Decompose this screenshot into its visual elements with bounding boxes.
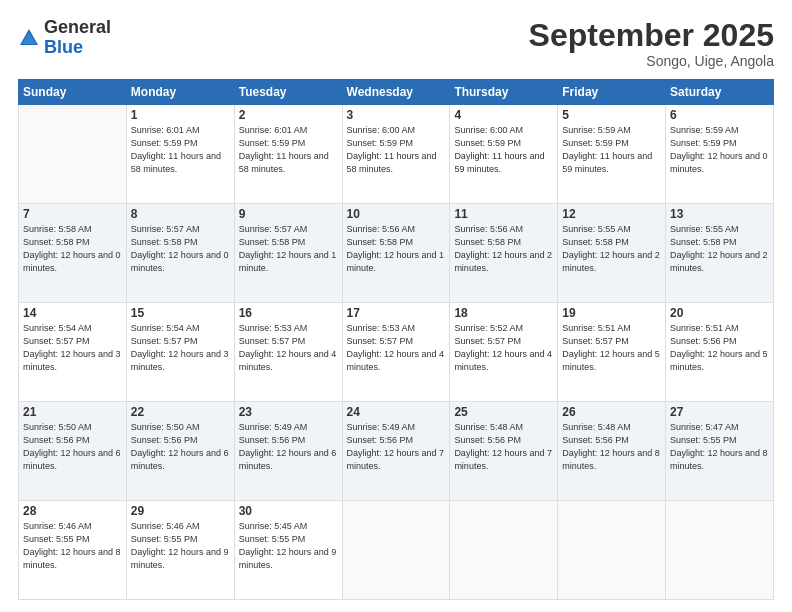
calendar-header-row: Sunday Monday Tuesday Wednesday Thursday… — [19, 80, 774, 105]
table-row: 15Sunrise: 5:54 AM Sunset: 5:57 PM Dayli… — [126, 303, 234, 402]
day-number: 10 — [347, 207, 446, 221]
day-info: Sunrise: 5:53 AM Sunset: 5:57 PM Dayligh… — [347, 322, 446, 374]
col-thursday: Thursday — [450, 80, 558, 105]
table-row: 23Sunrise: 5:49 AM Sunset: 5:56 PM Dayli… — [234, 402, 342, 501]
calendar-week-row: 21Sunrise: 5:50 AM Sunset: 5:56 PM Dayli… — [19, 402, 774, 501]
day-number: 9 — [239, 207, 338, 221]
day-number: 21 — [23, 405, 122, 419]
logo-icon — [18, 27, 40, 49]
day-info: Sunrise: 5:46 AM Sunset: 5:55 PM Dayligh… — [131, 520, 230, 572]
table-row: 24Sunrise: 5:49 AM Sunset: 5:56 PM Dayli… — [342, 402, 450, 501]
day-number: 8 — [131, 207, 230, 221]
day-info: Sunrise: 5:58 AM Sunset: 5:58 PM Dayligh… — [23, 223, 122, 275]
day-info: Sunrise: 5:47 AM Sunset: 5:55 PM Dayligh… — [670, 421, 769, 473]
day-number: 16 — [239, 306, 338, 320]
page: General Blue September 2025 Songo, Uige,… — [0, 0, 792, 612]
table-row: 25Sunrise: 5:48 AM Sunset: 5:56 PM Dayli… — [450, 402, 558, 501]
table-row: 18Sunrise: 5:52 AM Sunset: 5:57 PM Dayli… — [450, 303, 558, 402]
day-number: 29 — [131, 504, 230, 518]
day-info: Sunrise: 6:00 AM Sunset: 5:59 PM Dayligh… — [347, 124, 446, 176]
table-row: 6Sunrise: 5:59 AM Sunset: 5:59 PM Daylig… — [666, 105, 774, 204]
table-row: 27Sunrise: 5:47 AM Sunset: 5:55 PM Dayli… — [666, 402, 774, 501]
table-row: 21Sunrise: 5:50 AM Sunset: 5:56 PM Dayli… — [19, 402, 127, 501]
table-row: 22Sunrise: 5:50 AM Sunset: 5:56 PM Dayli… — [126, 402, 234, 501]
day-info: Sunrise: 5:45 AM Sunset: 5:55 PM Dayligh… — [239, 520, 338, 572]
day-info: Sunrise: 5:57 AM Sunset: 5:58 PM Dayligh… — [239, 223, 338, 275]
calendar-week-row: 28Sunrise: 5:46 AM Sunset: 5:55 PM Dayli… — [19, 501, 774, 600]
calendar-week-row: 14Sunrise: 5:54 AM Sunset: 5:57 PM Dayli… — [19, 303, 774, 402]
day-info: Sunrise: 5:49 AM Sunset: 5:56 PM Dayligh… — [347, 421, 446, 473]
day-number: 30 — [239, 504, 338, 518]
day-info: Sunrise: 5:49 AM Sunset: 5:56 PM Dayligh… — [239, 421, 338, 473]
title-block: September 2025 Songo, Uige, Angola — [529, 18, 774, 69]
day-number: 17 — [347, 306, 446, 320]
table-row — [558, 501, 666, 600]
day-number: 5 — [562, 108, 661, 122]
col-saturday: Saturday — [666, 80, 774, 105]
table-row: 20Sunrise: 5:51 AM Sunset: 5:56 PM Dayli… — [666, 303, 774, 402]
day-info: Sunrise: 5:46 AM Sunset: 5:55 PM Dayligh… — [23, 520, 122, 572]
day-info: Sunrise: 5:52 AM Sunset: 5:57 PM Dayligh… — [454, 322, 553, 374]
table-row: 14Sunrise: 5:54 AM Sunset: 5:57 PM Dayli… — [19, 303, 127, 402]
day-info: Sunrise: 5:59 AM Sunset: 5:59 PM Dayligh… — [670, 124, 769, 176]
table-row: 29Sunrise: 5:46 AM Sunset: 5:55 PM Dayli… — [126, 501, 234, 600]
day-info: Sunrise: 5:48 AM Sunset: 5:56 PM Dayligh… — [562, 421, 661, 473]
calendar-table: Sunday Monday Tuesday Wednesday Thursday… — [18, 79, 774, 600]
logo-text: General Blue — [44, 18, 111, 58]
day-number: 4 — [454, 108, 553, 122]
day-number: 22 — [131, 405, 230, 419]
table-row: 12Sunrise: 5:55 AM Sunset: 5:58 PM Dayli… — [558, 204, 666, 303]
day-info: Sunrise: 5:55 AM Sunset: 5:58 PM Dayligh… — [562, 223, 661, 275]
header: General Blue September 2025 Songo, Uige,… — [18, 18, 774, 69]
day-info: Sunrise: 6:01 AM Sunset: 5:59 PM Dayligh… — [239, 124, 338, 176]
month-title: September 2025 — [529, 18, 774, 53]
day-number: 18 — [454, 306, 553, 320]
day-number: 13 — [670, 207, 769, 221]
table-row: 19Sunrise: 5:51 AM Sunset: 5:57 PM Dayli… — [558, 303, 666, 402]
day-number: 23 — [239, 405, 338, 419]
table-row: 5Sunrise: 5:59 AM Sunset: 5:59 PM Daylig… — [558, 105, 666, 204]
logo-blue: Blue — [44, 38, 111, 58]
day-number: 2 — [239, 108, 338, 122]
day-info: Sunrise: 5:56 AM Sunset: 5:58 PM Dayligh… — [454, 223, 553, 275]
day-info: Sunrise: 5:59 AM Sunset: 5:59 PM Dayligh… — [562, 124, 661, 176]
day-info: Sunrise: 6:01 AM Sunset: 5:59 PM Dayligh… — [131, 124, 230, 176]
col-sunday: Sunday — [19, 80, 127, 105]
day-number: 25 — [454, 405, 553, 419]
table-row: 13Sunrise: 5:55 AM Sunset: 5:58 PM Dayli… — [666, 204, 774, 303]
table-row: 1Sunrise: 6:01 AM Sunset: 5:59 PM Daylig… — [126, 105, 234, 204]
table-row: 8Sunrise: 5:57 AM Sunset: 5:58 PM Daylig… — [126, 204, 234, 303]
col-wednesday: Wednesday — [342, 80, 450, 105]
col-monday: Monday — [126, 80, 234, 105]
day-number: 19 — [562, 306, 661, 320]
table-row: 28Sunrise: 5:46 AM Sunset: 5:55 PM Dayli… — [19, 501, 127, 600]
day-info: Sunrise: 5:51 AM Sunset: 5:56 PM Dayligh… — [670, 322, 769, 374]
day-info: Sunrise: 5:51 AM Sunset: 5:57 PM Dayligh… — [562, 322, 661, 374]
table-row: 7Sunrise: 5:58 AM Sunset: 5:58 PM Daylig… — [19, 204, 127, 303]
table-row — [450, 501, 558, 600]
logo: General Blue — [18, 18, 111, 58]
day-number: 3 — [347, 108, 446, 122]
day-number: 27 — [670, 405, 769, 419]
table-row: 16Sunrise: 5:53 AM Sunset: 5:57 PM Dayli… — [234, 303, 342, 402]
location: Songo, Uige, Angola — [529, 53, 774, 69]
table-row — [342, 501, 450, 600]
table-row: 2Sunrise: 6:01 AM Sunset: 5:59 PM Daylig… — [234, 105, 342, 204]
day-info: Sunrise: 5:57 AM Sunset: 5:58 PM Dayligh… — [131, 223, 230, 275]
day-info: Sunrise: 5:56 AM Sunset: 5:58 PM Dayligh… — [347, 223, 446, 275]
day-number: 14 — [23, 306, 122, 320]
day-number: 6 — [670, 108, 769, 122]
table-row: 30Sunrise: 5:45 AM Sunset: 5:55 PM Dayli… — [234, 501, 342, 600]
logo-general: General — [44, 18, 111, 38]
table-row — [666, 501, 774, 600]
day-number: 24 — [347, 405, 446, 419]
day-number: 28 — [23, 504, 122, 518]
calendar-week-row: 1Sunrise: 6:01 AM Sunset: 5:59 PM Daylig… — [19, 105, 774, 204]
table-row: 17Sunrise: 5:53 AM Sunset: 5:57 PM Dayli… — [342, 303, 450, 402]
table-row: 4Sunrise: 6:00 AM Sunset: 5:59 PM Daylig… — [450, 105, 558, 204]
table-row: 26Sunrise: 5:48 AM Sunset: 5:56 PM Dayli… — [558, 402, 666, 501]
day-number: 12 — [562, 207, 661, 221]
table-row: 9Sunrise: 5:57 AM Sunset: 5:58 PM Daylig… — [234, 204, 342, 303]
table-row — [19, 105, 127, 204]
table-row: 10Sunrise: 5:56 AM Sunset: 5:58 PM Dayli… — [342, 204, 450, 303]
